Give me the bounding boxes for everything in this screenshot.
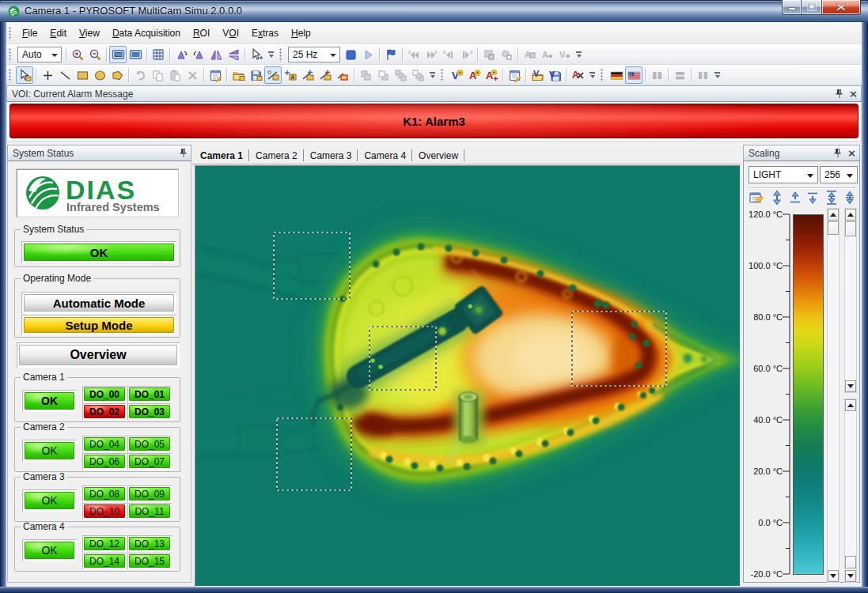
menubar-grip[interactable] — [9, 26, 13, 40]
start-acquisition-button[interactable] — [359, 46, 377, 63]
do_06-button[interactable]: DO_06 — [84, 455, 125, 468]
close-button[interactable] — [822, 0, 861, 15]
toolbar-overflow-button[interactable] — [712, 66, 722, 84]
min-down-button[interactable] — [845, 570, 856, 582]
scrollbar-up-button[interactable] — [828, 209, 839, 221]
video-export-button[interactable]: V — [555, 46, 573, 63]
scaling-close-icon[interactable]: × — [847, 148, 856, 158]
restore-button[interactable] — [802, 0, 822, 15]
menu-extras[interactable]: Extras — [245, 25, 285, 42]
do_00-button[interactable]: DO_00 — [84, 387, 125, 401]
tab-camera-2[interactable]: Camera 2 — [249, 148, 303, 164]
do_15-button[interactable]: DO_15 — [129, 554, 170, 568]
voi-close-icon[interactable]: × — [849, 89, 858, 99]
camera-3-status-button[interactable]: OK — [25, 492, 74, 509]
palette-combo[interactable]: LIGHT — [749, 166, 818, 183]
set-marker-button[interactable] — [382, 46, 400, 63]
fit-window-button[interactable] — [109, 46, 127, 63]
roi-load-button[interactable] — [229, 66, 247, 84]
roi-remove-button[interactable] — [334, 66, 351, 84]
alarm-delete-button[interactable]: A — [569, 66, 586, 84]
roi-rectangle-button[interactable] — [74, 66, 91, 84]
do_12-button[interactable]: DO_12 — [84, 537, 125, 550]
color-scale-bar[interactable] — [793, 214, 824, 575]
roi-ellipse-button[interactable] — [91, 66, 108, 84]
roi-point-button[interactable] — [39, 66, 56, 84]
do_08-button[interactable]: DO_08 — [84, 487, 125, 500]
alarm-add-button[interactable]: A — [465, 66, 483, 84]
main-toolbar-grip[interactable] — [279, 47, 283, 62]
do_02-button[interactable]: DO_02 — [84, 405, 125, 418]
roi-toolbar-grip[interactable] — [601, 68, 605, 82]
scale-scrollbar-full[interactable] — [827, 208, 840, 583]
toolbar-overflow-button[interactable] — [427, 66, 438, 84]
tab-camera-3[interactable]: Camera 3 — [304, 148, 358, 164]
mirror-horizontal-button[interactable] — [207, 46, 225, 63]
roi-line-button[interactable] — [56, 66, 74, 84]
tab-camera-4[interactable]: Camera 4 — [358, 148, 411, 164]
arrange-back-button[interactable] — [374, 66, 392, 84]
seq-next-frame-button[interactable]: 0 — [457, 46, 475, 63]
levels-combo[interactable]: 256 — [820, 166, 858, 183]
scale-scrollbar-min[interactable] — [844, 398, 857, 583]
roi-polygon-button[interactable] — [108, 66, 126, 84]
thermal-image[interactable] — [195, 166, 740, 586]
language-english-button[interactable] — [625, 66, 642, 84]
scrollbar-down-button[interactable] — [828, 570, 839, 582]
menu-help[interactable]: Help — [285, 25, 317, 42]
layout-columns-button[interactable] — [648, 66, 665, 84]
auto-range-button[interactable] — [842, 190, 859, 207]
max-thumb[interactable] — [845, 221, 856, 236]
roi-undo-button[interactable] — [131, 66, 149, 84]
menu-edit[interactable]: Edit — [44, 25, 73, 42]
voi-save-button[interactable]: V — [546, 66, 563, 84]
do_14-button[interactable]: DO_14 — [84, 554, 125, 568]
do_10-button[interactable]: DO_10 — [84, 504, 125, 518]
seq-prev-frame-button[interactable]: 0 — [440, 46, 457, 63]
menu-roi[interactable]: ROI — [187, 25, 216, 42]
main-toolbar-grip[interactable] — [9, 47, 13, 62]
snapshot-save-button[interactable] — [480, 46, 498, 63]
camera-4-status-button[interactable]: OK — [25, 542, 74, 559]
voi-add-button[interactable]: V — [448, 66, 465, 84]
roi-toolbar-grip[interactable] — [9, 68, 13, 82]
zoom-in-button[interactable] — [69, 46, 86, 63]
scrollbar-thumb[interactable] — [828, 221, 839, 235]
voi-load-button[interactable]: V — [529, 66, 546, 84]
arrange-backward-button[interactable] — [409, 66, 426, 84]
rotate-left-button[interactable] — [172, 46, 190, 63]
do_11-button[interactable]: DO_11 — [129, 504, 170, 518]
roi-add-alarm-button[interactable] — [316, 66, 334, 84]
max-up-button[interactable] — [845, 209, 856, 221]
min-thumb[interactable] — [845, 556, 856, 568]
pointer-mode-button[interactable] — [248, 46, 265, 63]
zoom-mode-combo[interactable]: Auto — [17, 47, 62, 62]
narrow-range-button[interactable] — [824, 190, 841, 207]
framerate-combo[interactable]: 25 Hz — [288, 47, 340, 62]
overview-button[interactable]: Overview — [19, 345, 177, 365]
do_01-button[interactable]: DO_01 — [129, 387, 170, 401]
rotate-right-button[interactable] — [190, 46, 207, 63]
layout-split-button[interactable] — [694, 66, 711, 84]
show-grid-button[interactable] — [150, 46, 167, 63]
roi-toolbar-grip[interactable] — [441, 68, 445, 82]
scaling-pin-icon[interactable] — [834, 148, 842, 158]
do_04-button[interactable]: DO_04 — [84, 437, 125, 451]
setup-mode-button[interactable]: Setup Mode — [24, 317, 174, 333]
toolbar-overflow-button[interactable] — [574, 46, 584, 63]
mirror-vertical-button[interactable] — [225, 46, 242, 63]
arrange-front-button[interactable] — [357, 66, 374, 84]
upper-limit-up-button[interactable] — [787, 190, 805, 207]
language-german-button[interactable] — [608, 66, 625, 84]
roi-delete-button[interactable] — [184, 66, 201, 84]
voi-pin-icon[interactable] — [836, 89, 843, 99]
scale-scrollbar-max[interactable] — [844, 208, 857, 393]
alarm-add-group-button[interactable]: A — [483, 66, 500, 84]
do_13-button[interactable]: DO_13 — [129, 537, 170, 550]
roi-add-button[interactable] — [299, 66, 316, 84]
do_09-button[interactable]: DO_09 — [129, 487, 170, 500]
scaling-properties-button[interactable] — [749, 190, 766, 207]
lower-limit-down-button[interactable] — [805, 190, 822, 207]
do_05-button[interactable]: DO_05 — [129, 437, 170, 451]
roi-show-labels-button[interactable]: A — [282, 66, 299, 84]
